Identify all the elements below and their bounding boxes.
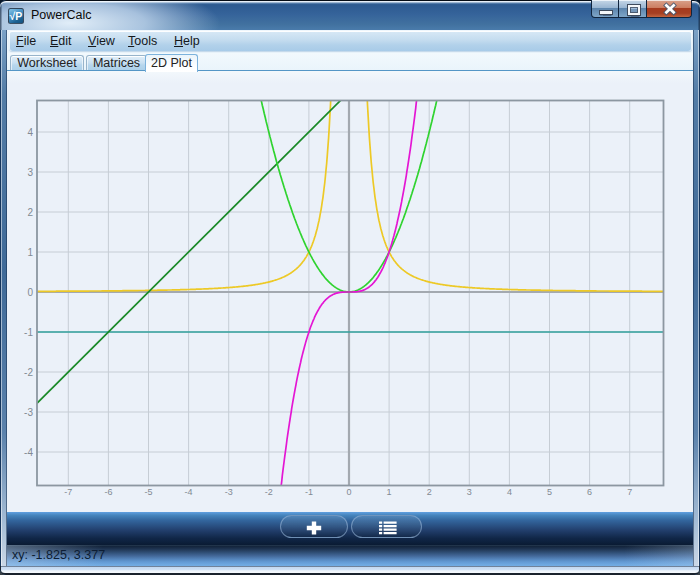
svg-text:3: 3 xyxy=(27,167,33,178)
svg-text:-4: -4 xyxy=(24,447,33,458)
svg-text:2: 2 xyxy=(27,207,33,218)
svg-text:3: 3 xyxy=(467,487,472,497)
svg-text:-4: -4 xyxy=(185,487,193,497)
svg-text:5: 5 xyxy=(547,487,552,497)
svg-text:1: 1 xyxy=(27,247,33,258)
svg-text:-5: -5 xyxy=(144,487,152,497)
svg-text:-3: -3 xyxy=(24,407,33,418)
svg-text:0: 0 xyxy=(27,287,33,298)
svg-text:2: 2 xyxy=(427,487,432,497)
svg-text:0: 0 xyxy=(346,487,351,497)
svg-text:-2: -2 xyxy=(24,367,33,378)
svg-text:7: 7 xyxy=(627,487,632,497)
svg-text:6: 6 xyxy=(587,487,592,497)
svg-text:-2: -2 xyxy=(265,487,273,497)
svg-text:-1: -1 xyxy=(24,327,33,338)
svg-text:-3: -3 xyxy=(225,487,233,497)
svg-text:-6: -6 xyxy=(104,487,112,497)
svg-text:-1: -1 xyxy=(305,487,313,497)
svg-text:-7: -7 xyxy=(64,487,72,497)
svg-text:4: 4 xyxy=(27,127,33,138)
svg-text:4: 4 xyxy=(507,487,512,497)
svg-text:1: 1 xyxy=(387,487,392,497)
